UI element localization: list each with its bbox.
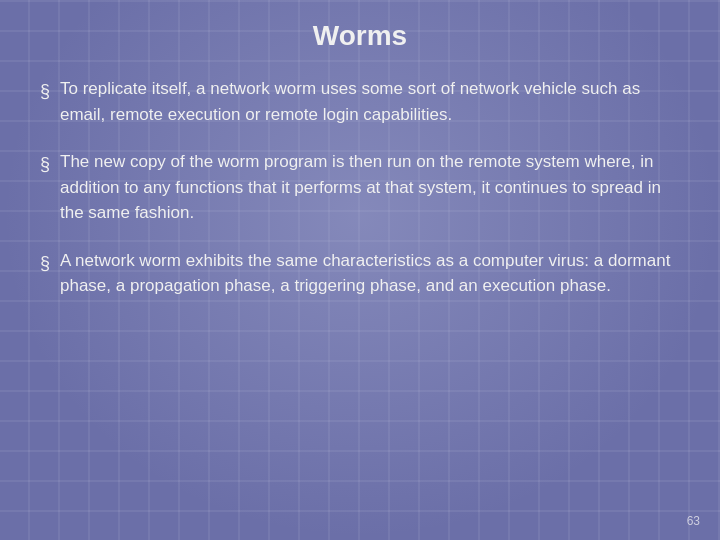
bullet-item-2: § The new copy of the worm program is th… [40, 149, 680, 226]
bullet-item-3: § A network worm exhibits the same chara… [40, 248, 680, 299]
bullet-marker-2: § [40, 151, 60, 178]
bullet-text-2: The new copy of the worm program is then… [60, 149, 680, 226]
bullet-text-3: A network worm exhibits the same charact… [60, 248, 680, 299]
slide-title: Worms [40, 20, 680, 52]
bullet-item-1: § To replicate itself, a network worm us… [40, 76, 680, 127]
slide: Worms § To replicate itself, a network w… [0, 0, 720, 540]
bullet-marker-1: § [40, 78, 60, 105]
slide-content: § To replicate itself, a network worm us… [40, 76, 680, 299]
bullet-marker-3: § [40, 250, 60, 277]
page-number: 63 [687, 514, 700, 528]
bullet-text-1: To replicate itself, a network worm uses… [60, 76, 680, 127]
